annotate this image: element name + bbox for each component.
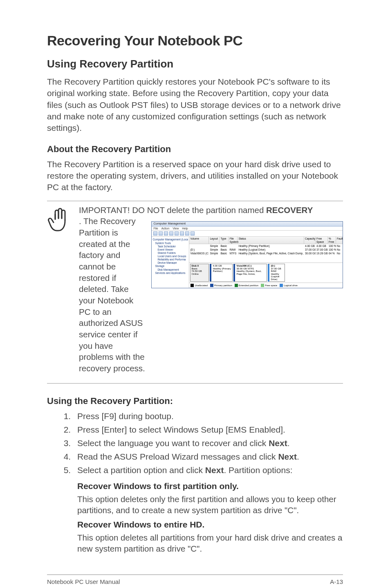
toolbar-more-icon <box>191 231 195 236</box>
important-note-line1: IMPORTANT! DO NOT delete the partition n… <box>79 204 343 216</box>
toolbar-back-icon <box>153 231 157 236</box>
toolbar-fwd-icon <box>159 231 163 236</box>
table-row: VistaX86OS (C:)SimpleBasicNTFSHealthy (S… <box>189 251 343 255</box>
step-1: Press [F9] during bootup. <box>73 411 343 422</box>
step-3: Select the language you want to recover … <box>73 438 343 449</box>
option-entire-hd-title: Recover Windows to entire HD. <box>77 520 343 530</box>
toolbar-help-icon <box>180 231 184 236</box>
dm-table-header: Volume Layout Type File System Status Ca… <box>189 237 343 244</box>
toolbar-refresh-icon <box>169 231 173 236</box>
footer-manual-name: Notebook PC User Manual <box>47 578 120 585</box>
dm-toolbar <box>152 231 343 237</box>
step-5: Select a partition option and click Next… <box>73 465 343 476</box>
step-2: Press [Enter] to select Windows Setup [E… <box>73 424 343 436</box>
section-using-recovery-body: The Recovery Partition quickly restores … <box>47 76 343 134</box>
dm-tree: Computer Management (Local) System Tools… <box>152 237 189 287</box>
toolbar-view-icon <box>185 231 189 236</box>
dm-menubar: FileActionViewHelp <box>152 227 343 231</box>
page-title: Recovering Your Notebook PC <box>47 33 343 49</box>
steps-list: Press [F9] during bootup. Press [Enter] … <box>47 411 343 476</box>
dm-titlebar: Computer Management <box>152 222 343 226</box>
important-note: IMPORTANT! DO NOT delete the partition n… <box>47 201 343 384</box>
section-about-recovery: About the Recovery Partition <box>47 144 343 155</box>
section-using-steps: Using the Recovery Partition: <box>47 396 343 406</box>
option-entire-hd-body: This option deletes all partitions from … <box>77 532 343 554</box>
hand-stop-icon <box>47 206 72 236</box>
section-about-recovery-body: The Recovery Partition is a reserved spa… <box>47 159 343 193</box>
page-footer: Notebook PC User Manual A-13 <box>47 575 343 585</box>
option-first-partition-body: This option deletes only the first parti… <box>77 494 343 516</box>
footer-page-number: A-13 <box>330 578 343 585</box>
table-row: SimpleBasicHealthy (Primary Partition)4.… <box>189 244 343 248</box>
disk-management-screenshot: Computer Management FileActionViewHelp <box>151 221 343 288</box>
dm-disk-graphic: Disk 0 Basic 74.53 GB Online 4.00 GB Hea… <box>189 263 343 283</box>
table-row: (D:)SimpleBasicRAWHealthy (Logical Drive… <box>189 248 343 251</box>
toolbar-prop-icon <box>164 231 168 236</box>
dm-legend: Unallocated Primary partition Extended p… <box>189 283 343 288</box>
step-4: Read the ASUS Preload Wizard messages an… <box>73 451 343 463</box>
toolbar-delete-icon <box>175 231 179 236</box>
section-using-recovery: Using Recovery Partition <box>47 58 343 70</box>
option-first-partition-title: Recover Windows to first partition only. <box>77 481 343 491</box>
important-note-rest: . The Recovery Partition is created at t… <box>79 215 146 374</box>
